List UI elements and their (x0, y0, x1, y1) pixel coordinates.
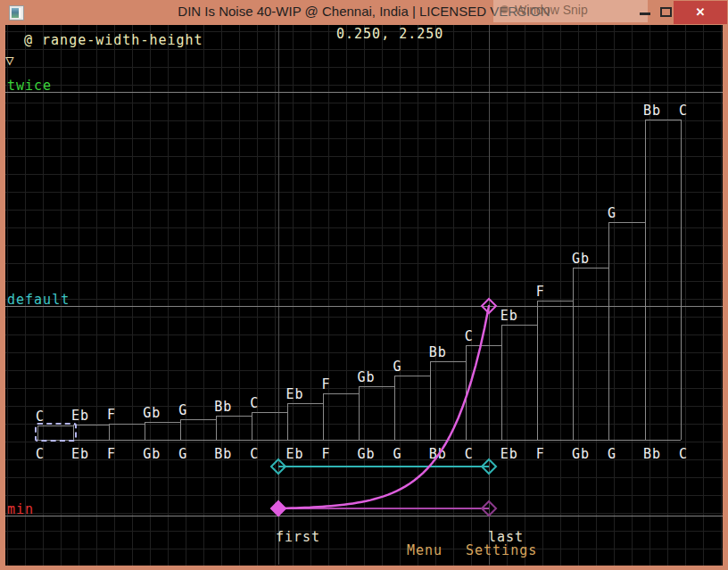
axis-note-label: Gb (358, 446, 376, 462)
step-note-label: Gb (572, 251, 590, 267)
step-note-label: C (465, 328, 474, 344)
range-step-Bb[interactable] (645, 120, 681, 440)
range-step-Gb[interactable] (145, 422, 180, 440)
range-step-Eb[interactable] (502, 325, 538, 440)
axis-note-label: G (178, 446, 187, 462)
axis-note-label: C (36, 446, 45, 462)
step-note-label: Gb (143, 405, 161, 421)
axis-note-label: G (608, 446, 616, 462)
range-step-Bb[interactable] (216, 416, 252, 440)
minimize-icon[interactable] (640, 12, 650, 15)
height-curve[interactable] (278, 306, 489, 508)
cursor-readout: 0.250, 2.250 (336, 26, 443, 42)
curve-first-handle[interactable] (271, 501, 285, 516)
step-note-label: Bb (429, 344, 447, 360)
snip-dot-icon (500, 5, 509, 13)
axis-note-label: Gb (143, 446, 161, 462)
axis-note-label: Eb (500, 446, 518, 462)
step-note-label: Eb (71, 408, 89, 424)
step-note-label: G (393, 359, 402, 375)
axis-note-label: F (321, 446, 330, 462)
close-button[interactable]: ✕ (674, 1, 727, 24)
axis-note-label: Bb (214, 446, 232, 462)
range-step-F[interactable] (109, 424, 145, 440)
axis-note-label: G (393, 446, 402, 462)
step-note-label: G (608, 205, 616, 221)
snip-ghost-overlay: Window Snip (493, 0, 648, 22)
din-app-window: DIN Is Noise 40-WIP @ Chennai, India | L… (0, 0, 728, 570)
axis-note-label: F (536, 446, 545, 462)
first-handle-label: first (276, 529, 320, 545)
step-note-label: Bb (214, 399, 232, 415)
settings-button[interactable]: Settings (466, 542, 537, 558)
axis-note-label: Eb (71, 446, 89, 462)
default-marker-label[interactable]: default (7, 292, 70, 308)
pin-triangle-icon[interactable]: ▽ (5, 52, 15, 69)
range-step-G[interactable] (180, 419, 216, 440)
axis-note-label: C (250, 446, 259, 462)
axis-note-label: Bb (643, 446, 661, 462)
step-note-label: C (679, 103, 688, 119)
menu-button[interactable]: Menu (407, 542, 443, 558)
axis-note-label: Gb (572, 446, 590, 462)
maximize-icon[interactable] (660, 7, 672, 17)
range-step-G[interactable] (609, 222, 645, 440)
step-note-label: Bb (643, 103, 661, 119)
range-step-Gb[interactable] (360, 386, 395, 440)
range-step-Eb[interactable] (73, 425, 109, 440)
step-note-label: Gb (358, 369, 376, 385)
titlebar: DIN Is Noise 40-WIP @ Chennai, India | L… (0, 0, 728, 25)
range-step-Gb[interactable] (574, 268, 609, 440)
snip-ghost-label: Window Snip (515, 3, 588, 17)
twice-marker-label[interactable]: twice (7, 78, 52, 94)
range-step-G[interactable] (395, 376, 431, 440)
axis-note-label: Eb (285, 446, 303, 462)
step-note-label: F (321, 376, 330, 392)
axis-note-label: C (679, 446, 688, 462)
step-note-label: Eb (285, 386, 303, 402)
range-step-C[interactable] (467, 345, 502, 440)
axis-note-label: C (465, 446, 474, 462)
range-step-F[interactable] (323, 393, 359, 440)
step-note-label: G (178, 402, 187, 418)
step-note-label: F (536, 284, 545, 300)
min-marker-label[interactable]: min (7, 501, 34, 517)
range-step-F[interactable] (538, 301, 574, 440)
step-note-label: F (107, 407, 116, 423)
range-step-Bb[interactable] (431, 361, 467, 440)
range-step-Eb[interactable] (287, 403, 323, 440)
editor-name[interactable]: @ range-width-height (24, 32, 203, 48)
step-note-label: Eb (500, 308, 518, 324)
step-note-label: C (250, 395, 259, 411)
selected-range-box[interactable] (35, 423, 77, 442)
axis-note-label: F (107, 446, 116, 462)
range-step-C[interactable] (252, 412, 287, 440)
range-editor-canvas[interactable]: CCEbEbFFGbGbGGBbBbCCEbEbFFGbGbGGBbBbCCEb… (5, 25, 723, 566)
